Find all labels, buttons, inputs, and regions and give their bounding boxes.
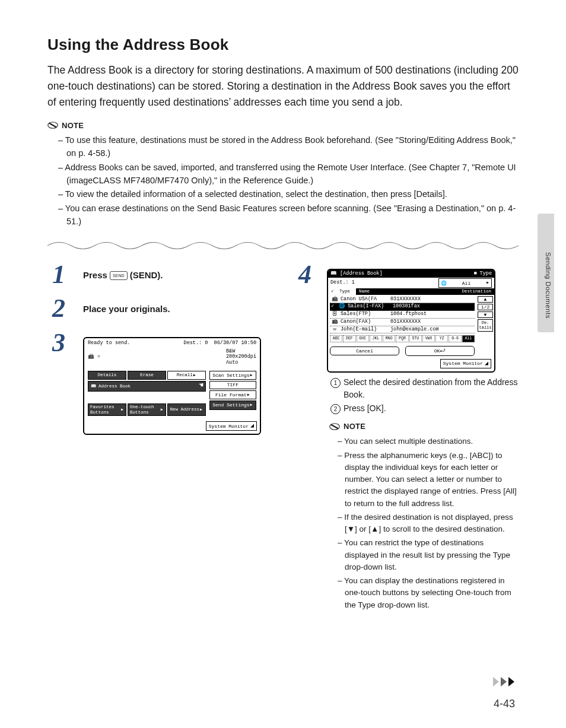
step-2: 2 Place your originals.: [47, 297, 272, 320]
list-item: To use this feature, destinations must b…: [58, 134, 519, 160]
type-dropdown[interactable]: 🌐 All ▸: [438, 278, 492, 288]
table-row[interactable]: 🗄 Sales(FTP) 1004.ftphost: [330, 311, 475, 319]
table-row[interactable]: 📠 Canon(FAX) 031XXXXXXX: [330, 319, 475, 326]
type-label: Type: [480, 271, 492, 276]
chevron-right-icon: [492, 677, 500, 686]
new-address-button[interactable]: New Address ▸: [167, 403, 206, 416]
scan-settings-button[interactable]: Scan Settings ▸: [209, 371, 256, 380]
cancel-button[interactable]: Cancel: [330, 346, 399, 355]
chevron-right-icon: ▸: [486, 279, 489, 287]
scroll-up-button[interactable]: ▲: [478, 296, 493, 303]
list-item: Address Books can be saved, imported, an…: [58, 161, 519, 187]
filter-key[interactable]: GHI: [357, 335, 369, 342]
send-settings-button[interactable]: Send Settings ▸: [209, 400, 256, 410]
step-3: 3 Ready to send. Dest.: 0 06/30/07 10:50: [47, 331, 272, 435]
filter-key[interactable]: YZ: [435, 335, 448, 342]
step-number: 3: [47, 331, 70, 355]
note-heading: NOTE: [47, 120, 519, 131]
tab-destination[interactable]: Destination: [459, 288, 494, 295]
filter-key[interactable]: 0-9: [449, 335, 461, 342]
file-format-button[interactable]: File Format ▸: [209, 390, 256, 400]
book-icon: 📖: [330, 271, 337, 276]
list-item: Press [OK].: [330, 402, 519, 415]
step-1-text-a: Press: [83, 270, 110, 280]
scroll-down-button[interactable]: ▼: [478, 311, 493, 318]
table-row[interactable]: 📠 Canon USA(FA 031XXXXXXX: [330, 296, 475, 304]
globe-icon: 🌐: [441, 281, 447, 286]
list-item: You can select multiple destinations.: [338, 435, 519, 447]
intro-paragraph: The Address Book is a directory for stor…: [47, 62, 519, 110]
continue-indicator: [492, 677, 515, 686]
note-label: NOTE: [62, 121, 84, 130]
ifax-icon: 🌐: [338, 304, 345, 310]
list-item: Press the alphanumeric keys (e.g., [ABC]…: [338, 450, 519, 510]
fax-icon: 📠 =: [88, 354, 100, 360]
lcd-ready-text: Ready to send.: [88, 341, 130, 346]
step-1: 1 Press SEND (SEND).: [47, 263, 272, 287]
fax-icon: 📠: [331, 319, 338, 325]
ok-button[interactable]: OK ⮐: [405, 346, 475, 357]
tab-name[interactable]: Name: [356, 288, 373, 295]
letter-filter-row: ABC DEF GHI JKL MNO PQR STU VWX YZ 0-9: [330, 335, 475, 342]
page-indicator: 1/2: [478, 304, 493, 310]
note-icon: [47, 120, 58, 131]
tab-type[interactable]: ✓ Type: [328, 288, 356, 295]
note-heading: NOTE: [329, 421, 519, 433]
top-notes-list: To use this feature, destinations must b…: [47, 134, 519, 228]
one-touch-buttons-button[interactable]: One-touch Buttons ▸: [128, 403, 166, 416]
ftp-icon: 🗄: [331, 311, 338, 317]
list-item: You can erase destinations on the Send B…: [58, 202, 519, 228]
filter-key[interactable]: DEF: [343, 335, 355, 342]
filter-key[interactable]: ABC: [330, 335, 342, 342]
lcd-auto: Auto: [226, 360, 256, 366]
table-row[interactable]: ✓ 🌐 Sales(I-FAX) 100301fax: [330, 303, 475, 311]
recall-button[interactable]: Recall ▸: [167, 371, 206, 380]
favorites-buttons-button[interactable]: Favorites Buttons ▸: [88, 403, 126, 416]
step-2-text: Place your originals.: [83, 304, 170, 314]
page-title: Using the Address Book: [47, 36, 519, 54]
erase-button[interactable]: Erase: [128, 371, 166, 380]
chevron-right-icon: [508, 677, 515, 686]
page-number: 4-43: [494, 698, 515, 710]
list-item: Select the desired destination from the …: [330, 376, 519, 401]
details-button[interactable]: De- tails: [478, 319, 493, 332]
address-book-button[interactable]: 📖 Address Book ☚: [88, 381, 206, 392]
step-1-text-b: (SEND).: [130, 270, 163, 280]
wavy-divider: [47, 239, 519, 252]
bottom-notes-list: You can select multiple destinations. Pr…: [329, 435, 519, 611]
filter-key[interactable]: MNO: [383, 335, 395, 342]
filter-key[interactable]: VWX: [422, 335, 435, 342]
list-item: If the desired destination is not displa…: [338, 511, 519, 536]
lcd-address-book-screen: 📖 [Address Book] ■ Type Dest.: 1 🌐 All ▸: [327, 269, 495, 373]
sub-steps-list: Select the desired destination from the …: [329, 376, 519, 415]
note-label: NOTE: [344, 421, 365, 433]
system-monitor-button[interactable]: System Monitor ◢: [440, 359, 491, 368]
filter-key[interactable]: PQR: [396, 335, 408, 342]
lcd-dest-count: Dest.: 0: [184, 340, 208, 346]
note-icon: [329, 421, 340, 432]
lcd-send-screen: Ready to send. Dest.: 0 06/30/07 10:50 📠…: [83, 337, 261, 435]
system-monitor-button[interactable]: System Monitor ◢: [206, 421, 257, 431]
filter-key-all[interactable]: All: [462, 335, 475, 342]
send-key-icon: SEND: [110, 271, 127, 280]
filter-key[interactable]: JKL: [370, 335, 382, 342]
pointer-icon: ☚: [199, 382, 203, 390]
table-row[interactable]: ✉ John(E-mail) john@example.com: [330, 326, 475, 334]
step-number: 2: [47, 297, 70, 320]
lcd-datetime: 06/30/07 10:50: [214, 340, 256, 346]
step-number: 4: [294, 263, 316, 287]
step-4: 4 📖 [Address Book] ■ Type Dest.: 1 🌐 Al: [294, 263, 519, 613]
lcd-dest-count: Dest.: 1: [330, 280, 355, 286]
book-icon: 📖: [91, 384, 96, 389]
chevron-right-icon: [500, 677, 507, 686]
step-number: 1: [47, 263, 70, 287]
filter-key[interactable]: STU: [409, 335, 422, 342]
details-button[interactable]: Details: [88, 371, 126, 380]
side-tab-label: Sending Documents: [545, 252, 552, 319]
list-item: You can display the destinations registe…: [338, 575, 519, 611]
fax-icon: 📠: [331, 297, 338, 303]
list-item: To view the detailed information of a se…: [58, 188, 519, 201]
check-icon: ✓: [331, 304, 336, 310]
tiff-button[interactable]: TIFF: [209, 381, 256, 389]
mail-icon: ✉: [331, 327, 338, 333]
